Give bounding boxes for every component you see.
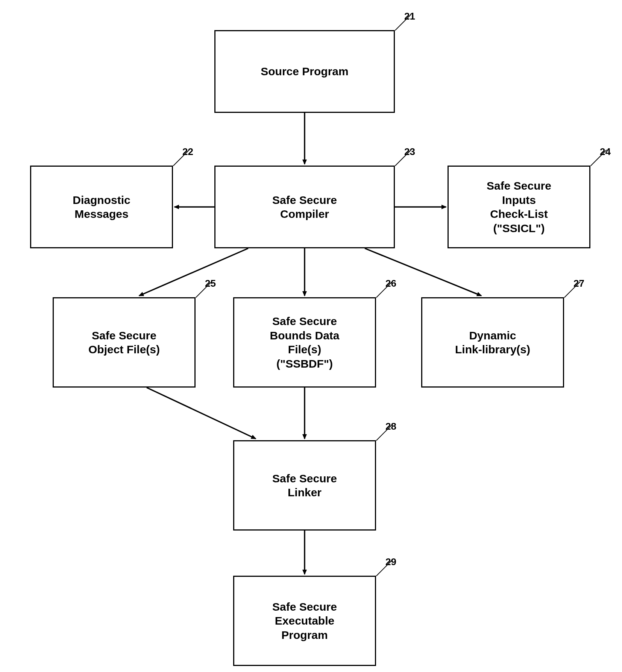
edge [139,248,248,296]
node-diagnostic-messages: DiagnosticMessages [30,166,173,248]
ref-number: 22 [182,146,193,158]
ref-number: 28 [385,421,396,432]
node-executable-program: Safe SecureExecutableProgram [233,576,376,666]
node-label: Safe SecureLinker [272,471,337,500]
ref-leader-line [173,150,190,166]
node-ssicl: Safe SecureInputsCheck-List("SSICL") [448,166,590,248]
ref-number: 21 [404,11,415,22]
ref-number: 23 [404,146,415,158]
ref-leader-line [564,281,581,298]
ref-leader-line [196,281,212,298]
ref-number: 26 [385,278,396,289]
node-label: Source Program [261,64,348,79]
ref-leader-line [395,150,411,166]
node-label: DynamicLink-library(s) [455,328,530,357]
node-safe-secure-compiler: Safe SecureCompiler [214,166,395,248]
node-safe-secure-linker: Safe SecureLinker [233,440,376,531]
ref-leader-line [376,281,393,298]
node-label: Safe SecureExecutableProgram [272,600,337,642]
node-label: Safe SecureObject File(s) [88,328,160,357]
ref-number: 27 [573,278,584,289]
node-label: Safe SecureInputsCheck-List("SSICL") [487,179,551,235]
ref-leader-line [376,424,393,441]
ref-number: 29 [385,556,396,568]
node-label: DiagnosticMessages [73,193,130,221]
ref-number: 25 [205,278,216,289]
node-object-files: Safe SecureObject File(s) [53,297,196,388]
edge [147,388,256,439]
node-label: Safe SecureBounds DataFile(s)("SSBDF") [270,314,339,371]
ref-leader-line [395,14,411,31]
ref-leader-line [590,150,607,166]
node-source-program: Source Program [214,30,395,113]
node-ssbdf: Safe SecureBounds DataFile(s)("SSBDF") [233,297,376,388]
ref-leader-line [376,560,393,576]
node-label: Safe SecureCompiler [272,193,337,221]
node-dynamic-link-library: DynamicLink-library(s) [421,297,564,388]
ref-number: 24 [600,146,611,158]
edge [365,248,481,296]
